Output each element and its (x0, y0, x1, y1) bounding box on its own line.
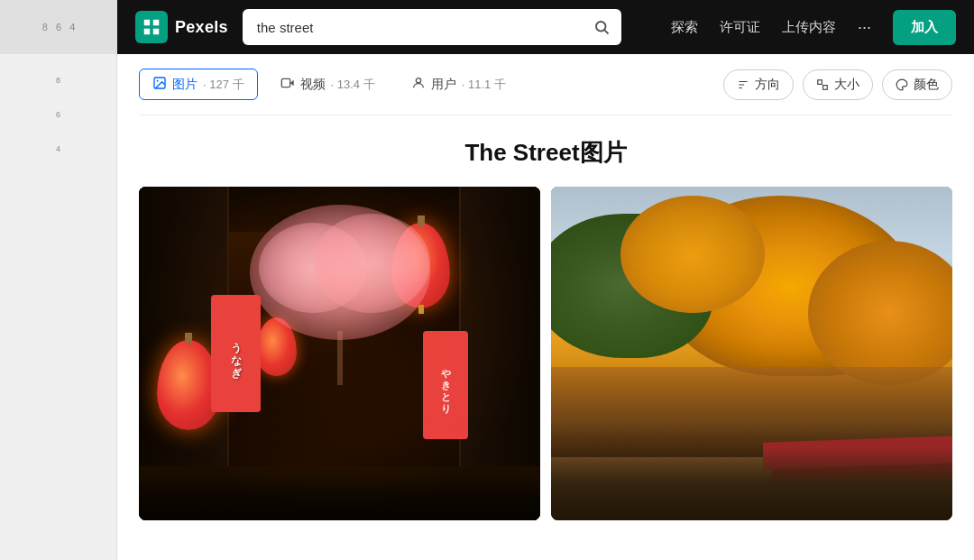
image-card-autumn[interactable] (551, 187, 952, 520)
video-icon (280, 76, 295, 90)
logo-icon (135, 11, 168, 43)
users-count: · 11.1 千 (462, 77, 506, 93)
ground-area (551, 448, 952, 520)
nav-links: 探索 许可证 上传内容 ··· 加入 (671, 10, 956, 45)
videos-tab-label: 视频 (300, 77, 326, 93)
logo[interactable]: Pexels (135, 11, 228, 43)
svg-point-0 (596, 22, 606, 32)
main-wrapper: 8 6 4 图片 · 127 千 (0, 54, 974, 560)
size-label: 大小 (834, 77, 859, 93)
crowd-shadow (139, 475, 540, 520)
filter-right: 方向 大小 颜色 (723, 69, 952, 100)
svg-rect-4 (281, 78, 289, 87)
nav-upload[interactable]: 上传内容 (782, 19, 836, 36)
color-label: 颜色 (914, 77, 939, 93)
svg-point-3 (157, 80, 159, 82)
join-button[interactable]: 加入 (893, 10, 956, 45)
ruler-mark-3: 4 (0, 132, 116, 166)
ruler-content: 8 6 4 (0, 54, 116, 560)
svg-line-1 (604, 30, 608, 33)
sidebar-ruler: 8 6 4 (0, 54, 117, 560)
search-input[interactable] (243, 9, 621, 45)
nav-explore[interactable]: 探索 (671, 19, 698, 36)
ruler-numbers: 8 6 4 (42, 22, 76, 32)
blossom-cluster-right (313, 214, 430, 313)
user-tab-icon (411, 76, 426, 93)
sign-text-right: やきとり (439, 362, 453, 409)
lantern-left-hook (185, 333, 192, 344)
tab-images[interactable]: 图片 · 127 千 (139, 69, 258, 100)
users-tab-label: 用户 (431, 77, 456, 93)
videos-count: · 13.4 千 (331, 77, 375, 93)
cherry-blossom (241, 205, 439, 385)
ruler-mark-2: 6 (0, 97, 116, 132)
canopy-top (620, 196, 765, 313)
image-tab-icon (152, 76, 167, 93)
autumn-trees-image (551, 187, 952, 520)
size-icon (816, 78, 829, 91)
navbar: Pexels 探索 许可证 上传内容 ··· 加入 (117, 0, 974, 54)
logo-text: Pexels (175, 18, 228, 37)
pexels-logo-svg (142, 17, 161, 37)
color-filter[interactable]: 颜色 (882, 69, 952, 100)
tab-users[interactable]: 用户 · 11.1 千 (398, 69, 519, 100)
svg-point-6 (416, 78, 420, 83)
search-bar (243, 9, 621, 45)
search-icon (593, 19, 610, 35)
orientation-icon (737, 78, 749, 91)
sign-main-right: やきとり (423, 331, 468, 439)
orientation-label: 方向 (755, 77, 780, 93)
japan-street-image: うなぎ やきとり (139, 187, 540, 520)
sign-text-left: うなぎ (228, 335, 244, 372)
filter-bar: 图片 · 127 千 视频 · 13.4 千 (139, 69, 952, 115)
search-button[interactable] (582, 9, 621, 45)
video-tab-icon (280, 76, 295, 93)
ruler-mark-1: 8 (0, 63, 116, 97)
image-grid: うなぎ やきとり (139, 187, 952, 520)
user-icon (411, 76, 426, 90)
nav-license[interactable]: 许可证 (720, 19, 760, 36)
main-content: 图片 · 127 千 视频 · 13.4 千 (117, 54, 974, 560)
image-icon (152, 76, 167, 90)
size-filter[interactable]: 大小 (803, 69, 873, 100)
sign-main-left: うなぎ (211, 295, 261, 412)
image-card-japan[interactable]: うなぎ やきとり (139, 187, 540, 520)
orientation-filter[interactable]: 方向 (723, 69, 794, 100)
images-tab-label: 图片 (172, 77, 198, 93)
color-icon (896, 78, 908, 91)
tab-videos[interactable]: 视频 · 13.4 千 (267, 69, 389, 100)
ruler-corner: 8 6 4 (0, 0, 117, 54)
svg-rect-7 (818, 79, 822, 84)
page-title: The Street图片 (139, 137, 952, 169)
svg-rect-8 (823, 85, 828, 89)
nav-more[interactable]: ··· (858, 18, 871, 37)
images-count: · 127 千 (203, 77, 244, 93)
